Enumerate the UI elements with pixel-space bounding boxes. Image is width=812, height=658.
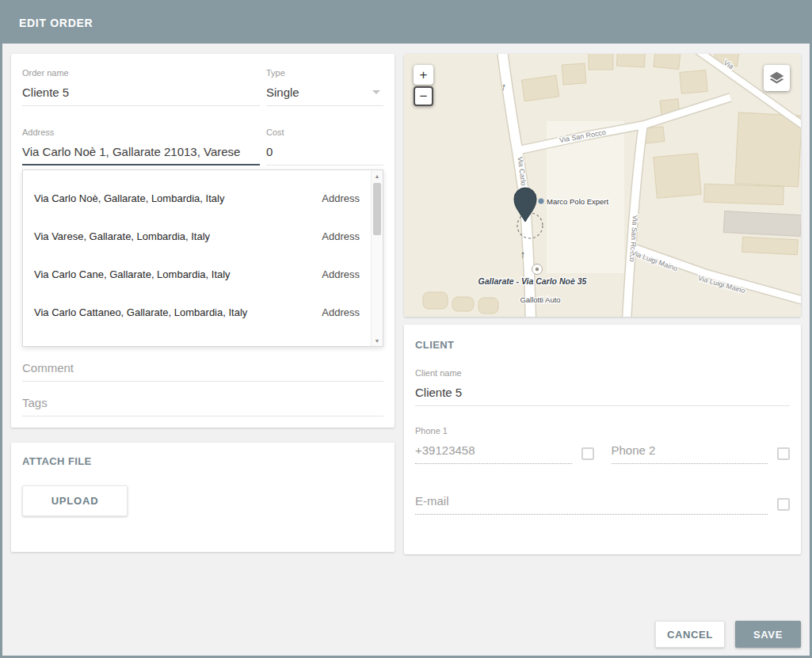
right-column: ↑ ↑ ↑ Via Carlo Noè Via San Rocco Via Sa…	[404, 54, 801, 554]
zoom-in-button[interactable]: +	[414, 65, 433, 85]
client-title: CLIENT	[415, 339, 790, 351]
cost-input[interactable]	[266, 145, 383, 165]
dialog-title: EDIT ORDER	[19, 17, 93, 29]
save-button[interactable]: SAVE	[735, 621, 801, 648]
poi-label-gallotti: Gallotti Auto	[520, 295, 560, 304]
edit-order-dialog: EDIT ORDER Order name Type Single	[0, 0, 812, 658]
scrollbar-track[interactable]	[372, 181, 383, 335]
layers-icon	[768, 70, 785, 86]
cost-label: Cost	[266, 127, 383, 137]
type-select[interactable]: Single	[266, 86, 383, 106]
suggestion-type: Address	[322, 192, 360, 204]
dialog-footer: CANCEL SAVE	[655, 621, 801, 648]
poi-label-marco-polo: Marco Polo Expert	[547, 197, 609, 206]
marco-polo-poi-icon	[539, 199, 544, 204]
chevron-down-icon	[372, 90, 380, 94]
attach-file-title: ATTACH FILE	[22, 455, 383, 467]
suggestion-row[interactable]: Via Carlo Cane, Gallarate, Lombardia, It…	[23, 255, 371, 293]
suggestion-text: Via Carlo Cattaneo, Gallarate, Lombardia…	[34, 306, 247, 318]
left-column: Order name Type Single Address	[11, 54, 395, 552]
suggestion-text: Via Carlo Cane, Gallarate, Lombardia, It…	[34, 268, 231, 280]
map[interactable]: ↑ ↑ ↑ Via Carlo Noè Via San Rocco Via Sa…	[404, 54, 801, 317]
dialog-body: Order name Type Single Address	[2, 44, 810, 656]
svg-text:↑: ↑	[520, 249, 525, 261]
phone2-checkbox[interactable]	[777, 447, 790, 460]
suggestion-row[interactable]: Via Varese, Gallarate, Lombardia, Italy …	[23, 217, 371, 255]
suggestion-type: Address	[322, 268, 360, 280]
shop-poi-icon	[532, 264, 543, 275]
order-name-input[interactable]	[22, 86, 260, 106]
suggestion-list: Via Carlo Noè, Gallarate, Lombardia, Ita…	[23, 170, 371, 346]
scrollbar-thumb[interactable]	[373, 183, 381, 235]
address-label: Address	[22, 127, 260, 137]
order-name-label: Order name	[22, 68, 260, 78]
email-input[interactable]	[415, 494, 768, 515]
map-canvas[interactable]: ↑ ↑ ↑ Via Carlo Noè Via San Rocco Via Sa…	[404, 54, 801, 317]
address-suggestions-dropdown: Via Carlo Noè, Gallarate, Lombardia, Ita…	[22, 169, 383, 347]
dialog-header: EDIT ORDER	[2, 2, 810, 44]
scroll-up-icon[interactable]: ▲	[372, 170, 383, 181]
suggestion-text: Via Varese, Gallarate, Lombardia, Italy	[34, 230, 210, 242]
phone1-input[interactable]	[415, 443, 572, 464]
attach-file-card: ATTACH FILE UPLOAD	[11, 443, 395, 552]
address-input[interactable]	[22, 145, 260, 165]
email-checkbox[interactable]	[777, 498, 790, 511]
suggestion-row[interactable]: Via Carlo Noè, Gallarate, Lombardia, Ita…	[23, 179, 371, 217]
client-name-input[interactable]	[415, 386, 790, 406]
client-name-label: Client name	[415, 368, 790, 378]
comment-input[interactable]	[22, 361, 383, 382]
layers-button[interactable]	[764, 65, 790, 91]
client-card: CLIENT Client name Phone 1	[404, 325, 801, 554]
phone1-checkbox[interactable]	[581, 447, 594, 460]
suggestion-row[interactable]: Via Carlo Cattaneo, Gallarate, Lombardia…	[23, 293, 371, 331]
type-select-value: Single	[266, 86, 299, 99]
marker-caption-label: Gallarate - Via Carlo Noè 35	[478, 276, 587, 286]
suggestion-type: Address	[322, 306, 360, 318]
upload-button[interactable]: UPLOAD	[22, 485, 128, 516]
type-label: Type	[266, 68, 383, 78]
scroll-down-icon[interactable]: ▼	[372, 335, 383, 346]
suggestion-type: Address	[322, 230, 360, 242]
phone1-label: Phone 1	[415, 426, 572, 435]
cancel-button[interactable]: CANCEL	[655, 621, 725, 648]
scrollbar[interactable]: ▲ ▼	[371, 170, 383, 346]
suggestion-text: Via Carlo Noè, Gallarate, Lombardia, Ita…	[34, 192, 224, 204]
phone2-input[interactable]	[612, 443, 768, 464]
zoom-out-button[interactable]: −	[414, 86, 433, 106]
order-form-card: Order name Type Single Address	[11, 54, 395, 428]
tags-input[interactable]	[22, 396, 383, 416]
